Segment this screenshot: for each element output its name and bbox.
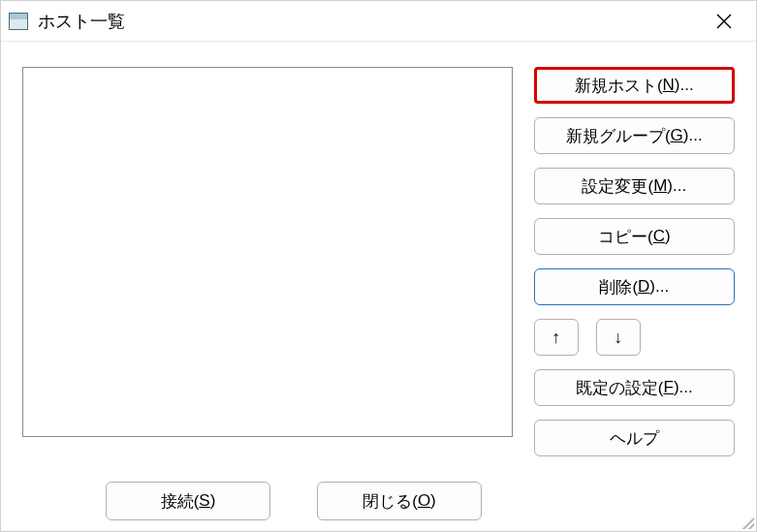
content-area: 新規ホスト(N)... 新規グループ(G)... 設定変更(M)... コピー(… [1,42,756,531]
button-label: 設定変更( [582,175,653,198]
button-label: ヘルプ [610,427,659,450]
default-settings-button[interactable]: 既定の設定(F)... [534,369,735,406]
titlebar: ホスト一覧 [1,1,756,42]
new-host-button[interactable]: 新規ホスト(N)... [534,67,735,104]
close-button[interactable]: 閉じる(O) [317,482,482,520]
button-label: 接続( [161,490,200,513]
window-title: ホスト一覧 [38,10,700,33]
button-suffix: ) [430,491,436,511]
connect-button[interactable]: 接続(S) [106,482,270,520]
delete-button[interactable]: 削除(D)... [534,268,735,305]
help-button[interactable]: ヘルプ [534,420,735,456]
bottom-button-row: 接続(S) 閉じる(O) [22,482,735,520]
button-suffix: )... [674,378,693,397]
move-down-button[interactable]: ↓ [596,319,641,356]
button-label: 既定の設定( [576,377,664,399]
button-mnemonic: M [653,176,667,196]
host-list-dialog: ホスト一覧 新規ホスト(N)... 新規グループ(G)... 設定変更(M)..… [0,0,757,532]
button-label: コピー( [598,226,653,248]
side-button-panel: 新規ホスト(N)... 新規グループ(G)... 設定変更(M)... コピー(… [534,67,735,456]
button-label: 閉じる( [363,490,418,513]
button-mnemonic: C [653,227,665,246]
button-mnemonic: G [671,126,683,145]
button-mnemonic: O [418,491,430,511]
button-suffix: ) [210,491,216,511]
button-label: 削除( [599,276,638,298]
button-suffix: )... [675,76,694,95]
new-group-button[interactable]: 新規グループ(G)... [534,117,735,154]
down-arrow-icon: ↓ [614,328,622,348]
button-label: 新規ホスト( [575,75,663,97]
button-suffix: )... [649,277,669,297]
move-up-button[interactable]: ↑ [534,319,579,356]
button-suffix: )... [683,126,703,145]
button-label: 新規グループ( [566,125,671,147]
button-suffix: ) [665,227,671,246]
app-icon [9,13,28,30]
host-listbox[interactable] [22,67,513,437]
edit-settings-button[interactable]: 設定変更(M)... [534,168,735,204]
button-mnemonic: D [638,277,649,297]
button-mnemonic: N [663,76,675,95]
close-icon[interactable] [700,2,748,41]
reorder-buttons: ↑ ↓ [534,319,735,356]
button-mnemonic: F [664,378,674,397]
button-suffix: )... [667,176,686,196]
button-mnemonic: S [199,491,209,511]
resize-grip[interactable] [739,514,754,529]
up-arrow-icon: ↑ [552,328,560,348]
copy-button[interactable]: コピー(C) [534,218,735,255]
